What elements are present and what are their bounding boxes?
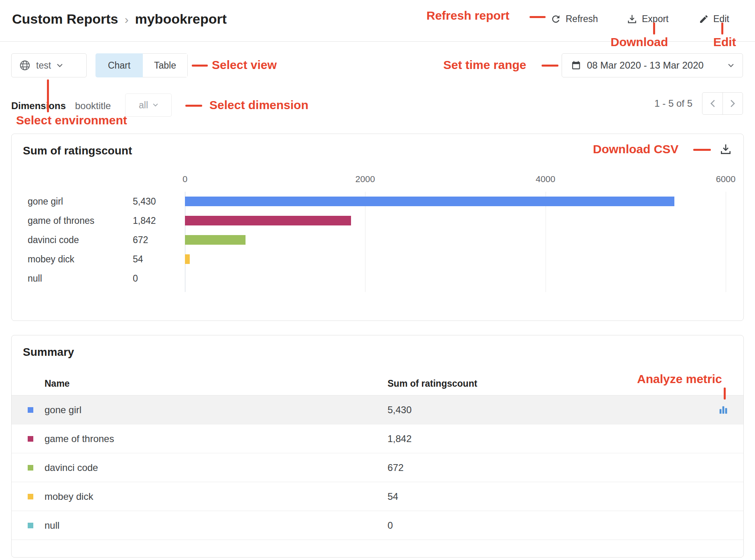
globe-icon	[19, 59, 31, 71]
series-color-swatch	[28, 494, 33, 499]
chart-row: davinci code672	[28, 230, 726, 250]
pagination-buttons	[702, 92, 743, 115]
tab-table[interactable]: Table	[143, 53, 188, 77]
chart-category-label: null	[28, 273, 133, 284]
series-color-swatch	[28, 523, 33, 528]
dimensions-label: Dimensions	[11, 100, 66, 112]
previous-page-button[interactable]	[702, 93, 723, 114]
gridline	[726, 192, 726, 292]
annotation-line	[530, 16, 546, 18]
refresh-button[interactable]: Refresh	[550, 14, 598, 24]
tab-chart[interactable]: Chart	[95, 53, 143, 77]
next-page-button[interactable]	[723, 93, 743, 114]
annotation-line	[185, 105, 202, 107]
table-row: gone girl5,430	[12, 396, 743, 424]
chart-track	[185, 197, 726, 206]
chart-row: mobey dick54	[28, 250, 726, 269]
row-value: 672	[388, 462, 404, 473]
row-value: 5,430	[388, 404, 412, 416]
chart-category-label: gone girl	[28, 196, 133, 207]
table-row: davinci code672	[12, 453, 743, 482]
breadcrumb-custom-reports[interactable]: Custom Reports	[12, 11, 118, 27]
chart-bar	[185, 254, 190, 264]
row-value: 0	[388, 520, 393, 531]
annotation-analyze-metric: Analyze metric	[637, 372, 722, 386]
annotation-line	[47, 79, 49, 112]
date-range-label: 08 Mar 2020 - 13 Mar 2020	[587, 60, 704, 71]
analyze-metric-icon[interactable]	[718, 404, 729, 416]
row-value: 54	[388, 491, 398, 502]
chevron-down-icon	[728, 64, 734, 67]
summary-title: Summary	[23, 346, 74, 359]
annotation-select-environment: Select environment	[16, 114, 127, 127]
row-name: gone girl	[45, 404, 388, 416]
axis-tick-label: 4000	[536, 174, 555, 185]
series-color-swatch	[28, 465, 33, 471]
series-color-swatch	[28, 436, 33, 442]
chart-row: gone girl5,430	[28, 192, 726, 211]
annotation-line	[653, 22, 655, 34]
view-toggle: Chart Table	[95, 53, 188, 77]
annotation-line	[542, 65, 558, 67]
chart-category-label: mobey dick	[28, 254, 133, 265]
chevron-down-icon	[57, 64, 63, 67]
summary-card: Summary Name Sum of ratingscount gone gi…	[11, 335, 744, 558]
chart-bar	[185, 216, 351, 225]
download-csv-icon[interactable]	[719, 143, 732, 156]
export-button[interactable]: Export	[627, 14, 668, 24]
chart-bar	[185, 235, 246, 245]
axis-tick-label: 6000	[716, 174, 736, 185]
date-range-picker[interactable]: 08 Mar 2020 - 13 Mar 2020	[562, 53, 743, 77]
chevron-down-icon	[153, 103, 158, 107]
row-value: 1,842	[388, 433, 412, 444]
column-header-name: Name	[45, 378, 388, 389]
chart-value-label: 1,842	[133, 215, 185, 226]
chart-category-label: game of thrones	[28, 215, 133, 226]
annotation-line	[693, 149, 711, 151]
summary-body: gone girl5,430game of thrones1,842davinc…	[12, 396, 743, 540]
row-name: game of thrones	[45, 433, 388, 444]
chart-track	[185, 254, 726, 264]
annotation-download: Download	[611, 35, 668, 49]
row-name: davinci code	[45, 462, 388, 473]
summary-table-header: Name Sum of ratingscount	[12, 372, 743, 396]
row-name: mobey dick	[45, 491, 388, 502]
breadcrumb-separator-icon: ›	[124, 12, 128, 26]
environment-label: test	[36, 60, 51, 71]
environment-dropdown[interactable]: test	[11, 53, 87, 77]
pagination: 1 - 5 of 5	[654, 92, 743, 115]
chart-card: Sum of ratingscount 0200040006000 gone g…	[11, 134, 744, 321]
chart-row: null0	[28, 269, 726, 288]
annotation-edit: Edit	[713, 35, 736, 49]
chart-track	[185, 235, 726, 245]
row-name: null	[45, 520, 388, 531]
chart-value-label: 5,430	[133, 196, 185, 207]
chart-bar	[185, 197, 674, 206]
export-label: Export	[642, 14, 668, 24]
table-row: game of thrones1,842	[12, 424, 743, 453]
chart-rows: gone girl5,430game of thrones1,842davinc…	[28, 192, 726, 288]
table-row: null0	[12, 511, 743, 540]
refresh-label: Refresh	[566, 14, 598, 24]
dimension-name: booktitle	[75, 100, 111, 112]
chart-track	[185, 216, 726, 225]
chart-value-label: 672	[133, 235, 185, 246]
column-header-value: Sum of ratingscount	[388, 378, 477, 389]
annotation-set-time-range: Set time range	[443, 58, 526, 72]
annotation-download-csv: Download CSV	[593, 142, 678, 156]
edit-button[interactable]: Edit	[699, 14, 729, 24]
chart-title: Sum of ratingscount	[23, 144, 132, 157]
annotation-select-dimension: Select dimension	[209, 98, 308, 112]
annotation-select-view: Select view	[212, 58, 277, 72]
annotation-refresh-report: Refresh report	[426, 9, 509, 22]
dimension-value: all	[139, 100, 148, 111]
chart-value-label: 0	[133, 273, 185, 284]
axis-tick-label: 2000	[355, 174, 375, 185]
series-color-swatch	[28, 407, 33, 413]
dimension-value-dropdown[interactable]: all	[125, 93, 172, 117]
calendar-icon	[571, 60, 581, 71]
chart-row: game of thrones1,842	[28, 211, 726, 230]
pagination-label: 1 - 5 of 5	[654, 98, 692, 109]
chart-value-label: 54	[133, 254, 185, 265]
breadcrumb: Custom Reports › mybookreport	[12, 11, 227, 27]
